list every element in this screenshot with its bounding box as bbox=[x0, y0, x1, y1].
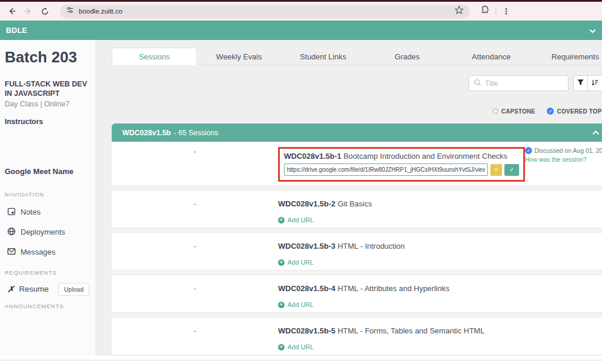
session-row: - WDC028v1.5b-2 Git Basics + Add URL bbox=[112, 190, 602, 228]
tab-sessions[interactable]: Sessions bbox=[112, 48, 197, 65]
legend: CAPSTONE ✓ COVERED TOPIC bbox=[112, 108, 602, 115]
sort-button[interactable] bbox=[588, 75, 602, 91]
add-url-label: Add URL bbox=[287, 301, 314, 308]
search-input[interactable] bbox=[485, 79, 563, 88]
covered-check-icon: ✓ bbox=[547, 108, 554, 115]
session-cell: WDC028v1.5b-4 HTML - Attributes and Hype… bbox=[278, 284, 602, 309]
plus-circle-icon: + bbox=[278, 259, 285, 266]
list-actions bbox=[573, 75, 602, 91]
upload-button[interactable]: Upload bbox=[58, 283, 89, 296]
session-empty-cell: - bbox=[112, 284, 278, 309]
sidebar-item-label: Deployments bbox=[21, 228, 65, 236]
discussed-text: Discussed on Aug 01, 2022 bbox=[534, 147, 602, 154]
session-list: - WDC028v1.5b-1 Bootcamp Introduction an… bbox=[112, 142, 602, 355]
session-empty-cell: - bbox=[112, 199, 278, 224]
session-title: WDC028v1.5b-2 Git Basics bbox=[278, 199, 602, 208]
sidebar-item-notes[interactable]: Notes bbox=[5, 207, 91, 218]
session-name: HTML - Introduction bbox=[337, 242, 404, 251]
session-url-input[interactable] bbox=[284, 163, 488, 176]
session-code: WDC028v1.5b-2 bbox=[278, 199, 336, 208]
discussed-check-icon: ✓ bbox=[525, 147, 532, 154]
back-icon[interactable] bbox=[5, 4, 19, 18]
session-empty-cell: - bbox=[112, 147, 278, 182]
course-title: FULL-STACK WEB DEV IN JAVASCRIPT bbox=[5, 79, 91, 99]
tab-student-links[interactable]: Student Links bbox=[281, 48, 365, 65]
google-meet-label: Google Meet Name bbox=[5, 167, 91, 176]
session-group-header[interactable]: WDC028v1.5b - 65 Sessions bbox=[112, 123, 602, 142]
header-chevron-down-icon[interactable] bbox=[589, 25, 596, 36]
add-url-label: Add URL bbox=[287, 216, 314, 223]
session-name: Git Basics bbox=[337, 199, 372, 208]
tab-bar: Sessions Weekly Evals Student Links Grad… bbox=[112, 47, 602, 65]
cancel-url-button[interactable]: × bbox=[490, 164, 502, 176]
session-cell: WDC028v1.5b-3 HTML - Introduction + Add … bbox=[278, 242, 602, 266]
add-url-link[interactable]: + Add URL bbox=[278, 343, 314, 350]
globe-icon bbox=[7, 227, 16, 238]
requirements-section-label: REQUIREMENTS bbox=[5, 269, 91, 276]
session-empty-cell: - bbox=[112, 326, 278, 351]
add-url-link[interactable]: + Add URL bbox=[278, 216, 314, 223]
sessions-panel: WDC028v1.5b - 65 Sessions - WDC028v1.5b-… bbox=[112, 123, 602, 355]
legend-label: COVERED TOPIC bbox=[557, 108, 602, 115]
batch-title: Batch 203 bbox=[5, 48, 91, 66]
tab-requirements[interactable]: Requirements bbox=[533, 48, 602, 65]
sidebar-item-messages[interactable]: Messages bbox=[5, 247, 91, 258]
session-row: - WDC028v1.5b-3 HTML - Introduction + Ad… bbox=[112, 232, 602, 271]
app-header: BDLE bbox=[0, 21, 602, 40]
sidebar-item-label: Notes bbox=[21, 208, 41, 216]
add-url-label: Add URL bbox=[287, 343, 314, 350]
session-code: WDC028v1.5b-1 bbox=[284, 152, 342, 161]
forward-icon[interactable] bbox=[21, 4, 35, 18]
tab-attendance[interactable]: Attendance bbox=[449, 48, 533, 65]
session-feedback-link[interactable]: How was the session? bbox=[525, 156, 602, 163]
add-url-link[interactable]: + Add URL bbox=[278, 301, 314, 308]
browser-menu-icon[interactable]: ⋮ bbox=[502, 6, 510, 16]
extensions-icon[interactable] bbox=[480, 5, 490, 17]
session-title: WDC028v1.5b-1 Bootcamp Introduction and … bbox=[284, 152, 519, 161]
address-bar[interactable]: boodle.zuitt.co bbox=[60, 5, 470, 18]
session-cell: WDC028v1.5b-5 HTML - Forms, Tables and S… bbox=[278, 326, 602, 351]
toolbar-divider bbox=[496, 6, 496, 16]
filter-button[interactable] bbox=[573, 75, 588, 91]
session-name: Bootcamp Introduction and Environment Ch… bbox=[343, 152, 507, 161]
funnel-icon bbox=[577, 78, 584, 89]
url-editor: × ✓ bbox=[284, 163, 519, 176]
add-url-label: Add URL bbox=[287, 259, 314, 266]
session-title: WDC028v1.5b-5 HTML - Forms, Tables and S… bbox=[278, 326, 602, 335]
main-content: Sessions Weekly Evals Student Links Grad… bbox=[95, 40, 602, 356]
group-count: - 65 Sessions bbox=[174, 129, 219, 137]
search-box bbox=[469, 75, 568, 91]
page-footer bbox=[0, 360, 602, 364]
tab-grades[interactable]: Grades bbox=[365, 48, 449, 65]
session-cell: WDC028v1.5b-1 Bootcamp Introduction and … bbox=[278, 147, 525, 182]
controls-row bbox=[112, 75, 602, 91]
highlight-box: WDC028v1.5b-1 Bootcamp Introduction and … bbox=[278, 147, 525, 182]
class-info: Day Class | Online7 bbox=[5, 100, 91, 108]
add-url-link[interactable]: + Add URL bbox=[278, 259, 314, 266]
url-text[interactable]: boodle.zuitt.co bbox=[79, 8, 450, 15]
legend-capstone: CAPSTONE bbox=[493, 108, 536, 115]
tab-weekly-evals[interactable]: Weekly Evals bbox=[197, 48, 281, 65]
app-brand[interactable]: BDLE bbox=[6, 26, 28, 35]
bookmark-star-icon[interactable] bbox=[454, 5, 464, 17]
plus-circle-icon: + bbox=[278, 217, 285, 223]
sidebar-item-deployments[interactable]: Deployments bbox=[5, 227, 91, 238]
group-code: WDC028v1.5b bbox=[122, 129, 171, 137]
session-cell: WDC028v1.5b-2 Git Basics + Add URL bbox=[278, 199, 602, 224]
session-row: - WDC028v1.5b-4 HTML - Attributes and Hy… bbox=[112, 275, 602, 313]
browser-toolbar: boodle.zuitt.co ⋮ bbox=[0, 2, 602, 21]
instructors-label: Instructors bbox=[5, 118, 91, 126]
reload-icon[interactable] bbox=[38, 4, 52, 18]
chevron-up-icon[interactable] bbox=[592, 129, 600, 137]
footer-divider bbox=[0, 360, 602, 360]
site-settings-icon[interactable] bbox=[66, 6, 74, 16]
legend-label: CAPSTONE bbox=[501, 108, 536, 115]
envelope-icon bbox=[7, 247, 16, 258]
session-row: - WDC028v1.5b-1 Bootcamp Introduction an… bbox=[112, 142, 602, 186]
confirm-url-button[interactable]: ✓ bbox=[504, 164, 519, 176]
session-code: WDC028v1.5b-3 bbox=[278, 242, 336, 251]
session-title: WDC028v1.5b-3 HTML - Introduction bbox=[278, 242, 602, 251]
sort-icon bbox=[591, 78, 599, 89]
sidebar: Batch 203 FULL-STACK WEB DEV IN JAVASCRI… bbox=[0, 40, 95, 356]
session-code: WDC028v1.5b-5 bbox=[278, 326, 336, 335]
